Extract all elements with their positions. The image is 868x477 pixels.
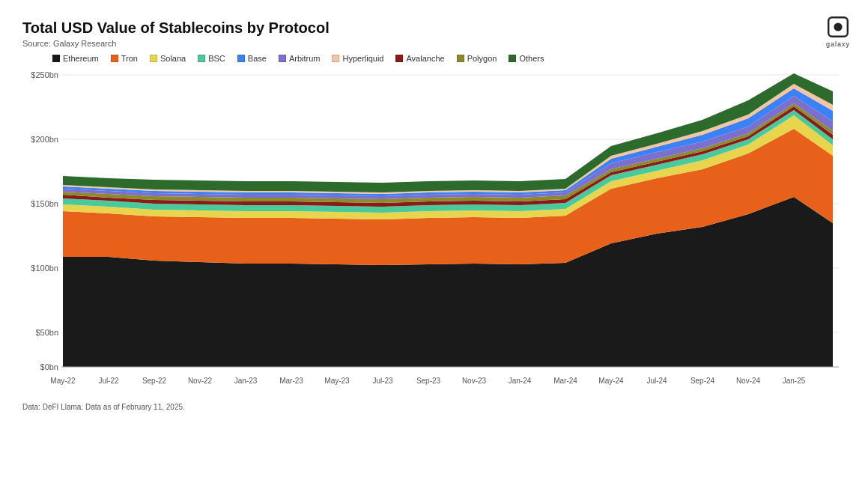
- legend-swatch-hyperliquid: [332, 55, 339, 62]
- svg-text:Jan-25: Jan-25: [783, 377, 806, 385]
- legend-swatch-tron: [111, 55, 118, 62]
- legend-swatch-solana: [150, 55, 157, 62]
- svg-text:$250bn: $250bn: [31, 70, 58, 79]
- svg-text:Nov-22: Nov-22: [188, 377, 213, 385]
- chart-footer: Data: DeFI Llama. Data as of February 11…: [22, 403, 846, 411]
- svg-text:Mar-24: Mar-24: [553, 377, 577, 385]
- legend-item-bsc: BSC: [198, 54, 225, 63]
- legend-label-tron: Tron: [121, 54, 138, 63]
- svg-text:Nov-24: Nov-24: [736, 377, 761, 385]
- svg-text:$150bn: $150bn: [31, 199, 58, 208]
- legend-item-polygon: Polygon: [457, 54, 497, 63]
- legend-swatch-bsc: [198, 55, 205, 62]
- legend-swatch-others: [509, 55, 516, 62]
- legend-item-avalanche: Avalanche: [395, 54, 444, 63]
- legend: EthereumTronSolanaBSCBaseArbitrumHyperli…: [52, 54, 846, 63]
- legend-item-tron: Tron: [111, 54, 138, 63]
- svg-text:$50bn: $50bn: [35, 328, 58, 337]
- svg-text:Jul-23: Jul-23: [372, 377, 393, 385]
- legend-label-solana: Solana: [160, 54, 186, 63]
- stacked-area-chart: $250bn $200bn $150bn $100bn $50bn $0bn: [22, 67, 846, 397]
- legend-label-polygon: Polygon: [467, 54, 497, 63]
- svg-text:$200bn: $200bn: [31, 135, 58, 144]
- svg-text:$0bn: $0bn: [40, 362, 58, 371]
- legend-item-others: Others: [509, 54, 544, 63]
- galaxy-logo: galaxy: [826, 15, 850, 48]
- legend-swatch-polygon: [457, 55, 464, 62]
- galaxy-label: galaxy: [826, 40, 850, 48]
- legend-swatch-arbitrum: [279, 55, 286, 62]
- legend-item-hyperliquid: Hyperliquid: [332, 54, 383, 63]
- legend-swatch-avalanche: [395, 55, 403, 62]
- chart-area: $250bn $200bn $150bn $100bn $50bn $0bn: [22, 67, 846, 400]
- svg-text:Nov-23: Nov-23: [462, 377, 487, 385]
- svg-text:Jan-24: Jan-24: [509, 377, 532, 385]
- svg-text:Sep-24: Sep-24: [691, 377, 715, 385]
- legend-label-others: Others: [519, 54, 544, 63]
- svg-text:May-22: May-22: [50, 377, 76, 385]
- svg-text:Sep-22: Sep-22: [142, 377, 167, 385]
- legend-label-avalanche: Avalanche: [406, 54, 444, 63]
- svg-point-1: [834, 22, 842, 31]
- legend-label-base: Base: [248, 54, 267, 63]
- svg-text:May-23: May-23: [324, 377, 350, 385]
- svg-text:May-24: May-24: [598, 377, 624, 385]
- header-area: Total USD Value of Stablecoins by Protoc…: [22, 18, 846, 48]
- legend-swatch-ethereum: [52, 55, 60, 62]
- legend-item-arbitrum: Arbitrum: [279, 54, 321, 63]
- chart-title: Total USD Value of Stablecoins by Protoc…: [22, 18, 846, 37]
- svg-text:Mar-23: Mar-23: [279, 377, 303, 385]
- legend-item-solana: Solana: [150, 54, 186, 63]
- chart-source: Source: Galaxy Research: [22, 39, 846, 48]
- legend-item-ethereum: Ethereum: [52, 54, 99, 63]
- galaxy-icon: [826, 15, 850, 39]
- svg-text:Jul-22: Jul-22: [98, 377, 119, 385]
- svg-text:Sep-23: Sep-23: [416, 377, 441, 385]
- legend-swatch-base: [237, 55, 245, 62]
- svg-text:$100bn: $100bn: [31, 264, 58, 273]
- chart-container: Total USD Value of Stablecoins by Protoc…: [0, 0, 868, 477]
- legend-label-hyperliquid: Hyperliquid: [342, 54, 383, 63]
- svg-text:Jan-23: Jan-23: [234, 377, 258, 385]
- legend-label-bsc: BSC: [208, 54, 225, 63]
- svg-text:Jul-24: Jul-24: [646, 377, 667, 385]
- legend-label-ethereum: Ethereum: [63, 54, 99, 63]
- legend-label-arbitrum: Arbitrum: [289, 54, 321, 63]
- legend-item-base: Base: [237, 54, 267, 63]
